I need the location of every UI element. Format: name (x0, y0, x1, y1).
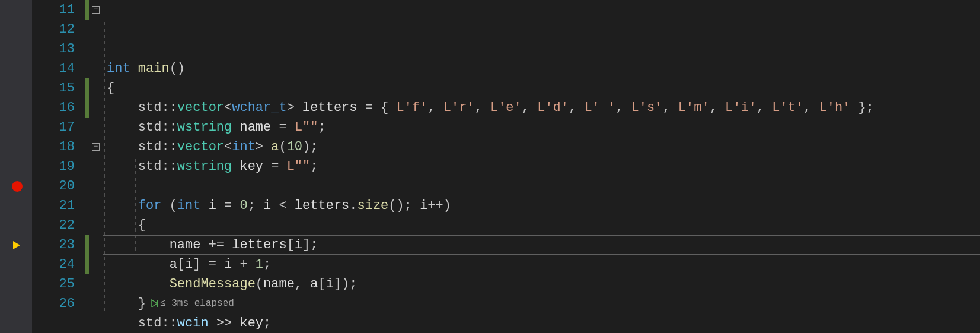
token-pl (130, 61, 138, 76)
breakpoint-margin[interactable] (7, 0, 32, 333)
left-strip (0, 0, 7, 333)
fold-slot: − (90, 0, 103, 20)
token-pl: [ (318, 277, 325, 291)
margin-row[interactable] (7, 39, 32, 59)
token-ty: wstring (177, 159, 232, 174)
margin-row[interactable] (7, 118, 32, 137)
token-pl: :: (161, 159, 177, 174)
token-pl (107, 257, 170, 272)
fold-slot (90, 176, 103, 196)
margin-row[interactable] (7, 176, 32, 196)
margin-row[interactable] (7, 274, 32, 294)
margin-row[interactable] (7, 294, 32, 313)
token-pl: [ (287, 237, 295, 252)
token-pl: , (475, 100, 490, 115)
code-line[interactable] (103, 176, 980, 196)
collapse-region-icon[interactable]: − (92, 6, 100, 14)
margin-row[interactable] (7, 59, 32, 78)
outlining-margin[interactable]: −− (90, 0, 103, 333)
code-line[interactable]: { (103, 215, 980, 235)
token-pl: . (349, 198, 357, 213)
fold-slot (90, 215, 103, 235)
margin-row[interactable] (7, 196, 32, 215)
margin-row[interactable] (7, 78, 32, 98)
breakpoint-icon[interactable] (12, 181, 23, 192)
code-line[interactable]: std::wcin >> key; (103, 313, 980, 333)
code-line[interactable]: std::wstring name = L""; (103, 118, 980, 137)
token-st: L'f' (397, 100, 428, 115)
token-pl: , (569, 100, 584, 115)
line-number[interactable]: 14 (32, 59, 75, 78)
code-line[interactable]: SendMessage(name, a[i]); (103, 274, 980, 294)
token-pl: [ (177, 257, 185, 272)
collapse-region-icon[interactable]: − (92, 143, 100, 151)
margin-row[interactable] (7, 157, 32, 176)
margin-row[interactable] (7, 20, 32, 39)
line-number-gutter[interactable]: 11121314151617181920212223242526 (32, 0, 84, 333)
perf-tip[interactable]: ≤ 3ms elapsed (146, 298, 234, 309)
line-number[interactable]: 13 (32, 39, 75, 59)
line-number[interactable]: 12 (32, 20, 75, 39)
token-pl: ( (279, 139, 286, 154)
code-line[interactable]: }≤ 3ms elapsed (103, 294, 980, 313)
token-nu: 0 (240, 198, 247, 213)
code-line[interactable]: std::vector<int> a(10); (103, 137, 980, 157)
line-number[interactable]: 19 (32, 157, 75, 176)
code-line[interactable]: for (int i = 0; i < letters.size(); i++) (103, 196, 980, 215)
line-number[interactable]: 25 (32, 274, 75, 294)
code-line[interactable]: name += letters[i]; (103, 235, 980, 255)
change-mark-slot (84, 196, 90, 215)
line-number[interactable]: 24 (32, 255, 75, 274)
line-number[interactable]: 15 (32, 78, 75, 98)
line-number[interactable]: 11 (32, 0, 75, 20)
token-nu: 10 (287, 139, 302, 154)
token-pl: ( (256, 277, 263, 291)
change-mark-slot (84, 274, 90, 294)
token-pl: , (522, 100, 537, 115)
margin-row[interactable] (7, 137, 32, 157)
margin-row[interactable] (7, 98, 32, 118)
line-number[interactable]: 21 (32, 196, 75, 215)
token-fn: a (271, 139, 279, 154)
change-mark-slot (84, 78, 90, 98)
line-number[interactable]: 18 (32, 137, 75, 157)
token-pl: ; (263, 316, 271, 331)
line-number[interactable]: 22 (32, 215, 75, 235)
token-ty: vector (177, 139, 224, 154)
token-nu: 1 (256, 257, 263, 272)
line-number[interactable]: 23 (32, 235, 75, 255)
line-number[interactable]: 16 (32, 98, 75, 118)
token-pl (107, 277, 170, 291)
code-line[interactable]: int main() (103, 59, 980, 78)
margin-row[interactable] (7, 255, 32, 274)
token-pl (232, 159, 240, 174)
line-number[interactable]: 17 (32, 118, 75, 137)
token-pl: std (107, 120, 161, 135)
token-pl: >> (209, 316, 240, 331)
code-line[interactable]: std::vector<wchar_t> letters = { L'f', L… (103, 98, 980, 118)
line-number[interactable]: 20 (32, 176, 75, 196)
token-pl (107, 198, 138, 213)
token-pl: , (803, 100, 819, 115)
token-pl: std (107, 159, 161, 174)
code-line[interactable]: a[i] = i + 1; (103, 255, 980, 274)
change-mark-slot (84, 59, 90, 78)
code-area[interactable]: int main(){ std::vector<wchar_t> letters… (103, 0, 980, 333)
margin-row[interactable] (7, 215, 32, 235)
margin-row[interactable] (7, 0, 32, 20)
code-line[interactable]: std::wstring key = L""; (103, 157, 980, 176)
token-pl: , (756, 100, 772, 115)
margin-row[interactable] (7, 235, 32, 255)
token-st: L'i' (725, 100, 756, 115)
run-to-click-icon[interactable] (151, 299, 159, 307)
token-pl: ]; (302, 237, 318, 252)
code-editor[interactable]: 11121314151617181920212223242526 −− int … (0, 0, 980, 333)
code-line[interactable]: { (103, 78, 980, 98)
token-id: a (170, 257, 177, 272)
change-mark-slot (84, 20, 90, 39)
token-pl: ] = (193, 257, 224, 272)
token-ty: wstring (177, 120, 232, 135)
line-number[interactable]: 26 (32, 294, 75, 313)
fold-slot (90, 39, 103, 59)
change-mark-slot (84, 118, 90, 137)
